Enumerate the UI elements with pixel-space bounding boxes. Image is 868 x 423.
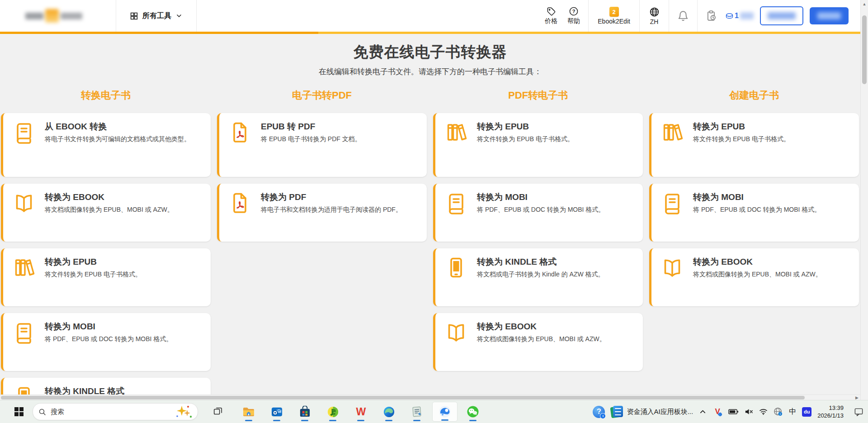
header-divider: [588, 0, 589, 32]
book-lines-icon: [660, 191, 684, 215]
bookshelf-icon: [444, 121, 468, 144]
tool-card-convert-to-epub[interactable]: 转换为 EPUB 将文件转换为 EPUB 电子书格式。: [649, 113, 859, 177]
site-header: 所有工具 价格 ? 帮助 2 Ebook2Edit ZH: [0, 0, 860, 32]
taskbar-app-microsoft-store[interactable]: [292, 402, 317, 422]
tool-card-convert-to-epub[interactable]: 转换为 EPUB 将文件转换为 EPUB 电子书格式。: [1, 248, 211, 306]
wifi-icon: [759, 408, 768, 415]
pricing-link[interactable]: 价格: [543, 7, 559, 25]
ime-mode-indicator[interactable]: 中: [789, 407, 796, 417]
tool-card-convert-to-epub[interactable]: 转换为 EPUB 将文件转换为 EPUB 电子书格式。: [433, 113, 643, 177]
microsoft-store-icon: [299, 406, 311, 418]
tray-overflow-button[interactable]: [699, 408, 707, 416]
taskbar-app-qq-music[interactable]: [320, 402, 345, 422]
taskbar-app-notepad[interactable]: [404, 402, 429, 422]
column-pdf-to-ebook: PDF转电子书 转换为 EPUB 将文件转换为 EPUB 电子书格式。 转换为 …: [433, 89, 643, 394]
book-lines-icon: [444, 191, 468, 215]
news-widget[interactable]: 资金涌入AI应用板块...: [611, 406, 693, 418]
tool-card-convert-from-ebook[interactable]: 从 EBOOK 转换 将电子书文件转换为可编辑的文档格式或其他类型。: [1, 113, 211, 177]
column-convert-ebook: 转换电子书 从 EBOOK 转换 将电子书文件转换为可编辑的文档格式或其他类型。…: [1, 89, 211, 394]
header-divider: [669, 0, 669, 32]
qq-browser-icon: [439, 405, 451, 418]
notifications-button[interactable]: [675, 7, 691, 25]
tool-card-convert-to-pdf[interactable]: 转换为 PDF 将电子书和文档转换为适用于电子阅读器的 PDF。: [217, 184, 427, 242]
edge-icon: [383, 406, 395, 418]
svg-text:W: W: [356, 406, 366, 418]
price-tag-icon: [547, 7, 556, 16]
network-status-indicator[interactable]: i: [774, 407, 783, 417]
tool-card-convert-to-kindle[interactable]: 转换为 KINDLE 格式 将文档或电子书转换为 Kindle 的 AZW 格式…: [1, 378, 211, 394]
task-view-icon: [213, 407, 223, 417]
scroll-up-arrow[interactable]: ▲: [861, 2, 868, 6]
tool-card-title: 转换为 EPUB: [693, 121, 790, 132]
pc-manager-tray-icon[interactable]: ?i: [593, 406, 605, 418]
taskbar-app-edge[interactable]: [376, 402, 401, 422]
horizontal-scrollbar[interactable]: ▶: [0, 394, 860, 400]
task-view-button[interactable]: [209, 403, 227, 421]
tool-card-desc: 将电子书和文档转换为适用于电子阅读器的 PDF。: [261, 205, 402, 214]
volume-muted-indicator[interactable]: [745, 408, 753, 415]
language-switcher[interactable]: ZH: [646, 7, 662, 25]
tool-card-convert-to-mobi[interactable]: 转换为 MOBI 将 PDF、EPUB 或 DOC 转换为 MOBI 格式。: [649, 184, 859, 242]
history-button[interactable]: [704, 7, 719, 25]
taskbar-app-wps[interactable]: W: [348, 402, 373, 422]
wifi-indicator[interactable]: [759, 408, 768, 415]
secondary-account-button[interactable]: [760, 6, 803, 25]
tool-card-desc: 将 PDF、EPUB 或 DOC 转换为 MOBI 格式。: [693, 205, 821, 214]
column-header: 转换电子书: [1, 89, 211, 101]
tool-card-desc: 将文件转换为 EPUB 电子书格式。: [477, 134, 574, 143]
column-create-ebook: 创建电子书 转换为 EPUB 将文件转换为 EPUB 电子书格式。 转换为 MO…: [649, 89, 859, 394]
column-header: 创建电子书: [649, 89, 859, 101]
taskbar-app-outlook[interactable]: [264, 402, 289, 422]
tool-card-title: 转换为 MOBI: [45, 321, 172, 332]
baidu-ime-icon[interactable]: du: [802, 407, 811, 417]
all-tools-menu[interactable]: 所有工具: [116, 0, 196, 32]
ebook2edit-link[interactable]: 2 Ebook2Edit: [595, 7, 633, 25]
news-widget-icon: [611, 406, 623, 418]
site-logo[interactable]: [25, 9, 84, 23]
tool-card-title: 转换为 KINDLE 格式: [477, 256, 604, 267]
vertical-scrollbar[interactable]: ▲: [860, 0, 868, 400]
notification-center-button[interactable]: [854, 407, 863, 417]
taskbar-app-file-explorer[interactable]: [236, 402, 261, 422]
credits-counter[interactable]: 1: [726, 12, 754, 20]
tool-card-convert-to-kindle[interactable]: 转换为 KINDLE 格式 将文档或电子书转换为 Kindle 的 AZW 格式…: [433, 248, 643, 306]
search-label: 搜索: [51, 408, 170, 416]
chevron-down-icon: [175, 12, 183, 19]
tool-card-title: 转换为 KINDLE 格式: [45, 385, 172, 394]
pdf-file-icon: [228, 191, 252, 215]
speaker-mute-icon: [745, 408, 753, 415]
taskbar-app-qq-browser[interactable]: [432, 402, 458, 422]
taskbar-app-wechat[interactable]: [460, 402, 486, 422]
tool-card-convert-to-mobi[interactable]: 转换为 MOBI 将 PDF、EPUB 或 DOC 转换为 MOBI 格式。: [433, 184, 643, 242]
book-lines-icon: [12, 121, 36, 144]
primary-account-button[interactable]: [810, 7, 849, 24]
tool-card-epub-to-pdf[interactable]: EPUB 转 PDF 将 EPUB 电子书转换为 PDF 文档。: [217, 113, 427, 177]
tool-card-convert-to-ebook[interactable]: 转换为 EBOOK 将文档或图像转换为 EPUB、MOBI 或 AZW。: [433, 313, 643, 371]
copilot-sparkle-icon: [174, 405, 192, 418]
system-tray: ?i 资金涌入AI应用板块... V: [593, 404, 868, 419]
taskbar-clock[interactable]: 13:39 2026/1/13: [817, 404, 844, 419]
tool-card-convert-to-mobi[interactable]: 转换为 MOBI 将 PDF、EPUB 或 DOC 转换为 MOBI 格式。: [1, 313, 211, 371]
tool-card-desc: 将 PDF、EPUB 或 DOC 转换为 MOBI 格式。: [45, 334, 172, 343]
taskbar-search[interactable]: 搜索: [33, 403, 198, 420]
tool-card-desc: 将 EPUB 电子书转换为 PDF 文档。: [261, 134, 361, 143]
tool-card-title: 转换为 EPUB: [477, 121, 574, 132]
tool-card-desc: 将文档或电子书转换为 Kindle 的 AZW 格式。: [477, 270, 604, 279]
tool-card-desc: 将文件转换为 EPUB 电子书格式。: [45, 270, 142, 279]
search-icon: [38, 408, 46, 416]
tool-card-desc: 将文档或图像转换为 EPUB、MOBI 或 AZW。: [693, 270, 822, 279]
v2ray-tray-icon[interactable]: V: [712, 407, 722, 417]
tool-card-convert-to-ebook[interactable]: 转换为 EBOOK 将文档或图像转换为 EPUB、MOBI 或 AZW。: [649, 248, 859, 306]
horizontal-scrollbar-thumb[interactable]: [1, 396, 805, 399]
ebook2edit-label: Ebook2Edit: [598, 18, 630, 25]
start-button[interactable]: [10, 403, 28, 421]
help-link[interactable]: ? 帮助: [566, 6, 582, 25]
tool-card-convert-to-ebook[interactable]: 转换为 EBOOK 将文档或图像转换为 EPUB、MOBI 或 AZW。: [1, 184, 211, 242]
open-book-icon: [660, 256, 684, 280]
battery-indicator[interactable]: [728, 408, 739, 415]
clock-date: 2026/1/13: [817, 412, 844, 419]
globe-status-icon: i: [774, 407, 783, 417]
clipboard-clock-icon: [706, 10, 717, 22]
notepad-icon: [411, 406, 423, 418]
vertical-scrollbar-thumb[interactable]: [862, 15, 867, 84]
